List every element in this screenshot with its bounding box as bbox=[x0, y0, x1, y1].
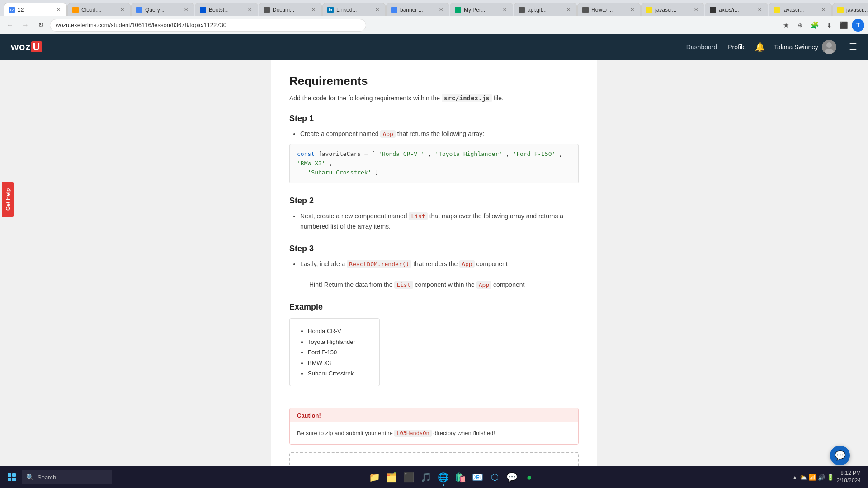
tab-close-button[interactable]: ✕ bbox=[373, 6, 381, 14]
code-app: App bbox=[380, 130, 395, 138]
code-block-step1: const favoriteCars = [ 'Honda CR-V ' , '… bbox=[289, 144, 579, 183]
example-item-4: BMW X3 bbox=[308, 358, 370, 368]
caution-code: L03HandsOn bbox=[394, 430, 431, 437]
tab-myperf[interactable]: My Per... ✕ bbox=[450, 3, 513, 16]
step-1-section: Step 1 Create a component named App that… bbox=[289, 114, 579, 183]
tab-bootstrap[interactable]: Bootst... ✕ bbox=[195, 3, 258, 16]
address-input[interactable]: wozu.exeterlms.com/student/106116/lesson… bbox=[50, 19, 366, 32]
taskbar-app-files[interactable]: 📁 bbox=[367, 469, 383, 485]
tab-cloud[interactable]: Cloud:... ✕ bbox=[67, 3, 131, 16]
tab-close-button[interactable]: ✕ bbox=[820, 6, 827, 14]
browser-icons: ★ ⊕ 🧩 ⬇ ⬛ T bbox=[779, 19, 864, 32]
tab-close-button[interactable]: ✕ bbox=[182, 6, 189, 14]
tab-close-button[interactable]: ✕ bbox=[501, 6, 508, 14]
nav-links: Dashboard Profile bbox=[686, 43, 746, 51]
tab-title: My Per... bbox=[464, 7, 498, 13]
tab-js1[interactable]: javascr... ✕ bbox=[641, 3, 704, 16]
taskbar-clock[interactable]: 8:12 PM 2/18/2024 bbox=[837, 470, 861, 484]
taskbar-right: ▲ ⛅ 📶 🔊 🔋 8:12 PM 2/18/2024 bbox=[792, 470, 864, 484]
taskbar-app-store[interactable]: 🛍️ bbox=[453, 469, 469, 485]
logo-accent: U bbox=[31, 41, 42, 52]
cast-button[interactable]: ⬛ bbox=[837, 19, 850, 32]
user-name: Talana Swinney bbox=[774, 43, 818, 51]
caution-header: Caution! bbox=[290, 408, 578, 422]
forward-button[interactable]: → bbox=[19, 19, 32, 32]
tab-close-button[interactable]: ✕ bbox=[55, 6, 62, 14]
tab-favicon bbox=[264, 7, 270, 13]
dashboard-link[interactable]: Dashboard bbox=[686, 43, 717, 51]
tab-favicon bbox=[136, 7, 142, 13]
zoom-button[interactable]: ⊕ bbox=[794, 19, 807, 32]
tab-title: axios/r... bbox=[719, 7, 753, 13]
bookmark-button[interactable]: ★ bbox=[779, 19, 792, 32]
code-list: List bbox=[409, 212, 427, 220]
tab-close-button[interactable]: ✕ bbox=[118, 6, 126, 14]
tab-title: api.git... bbox=[528, 7, 562, 13]
code-app-2: App bbox=[459, 260, 474, 268]
example-item-5: Subaru Crosstrek bbox=[308, 368, 370, 379]
tab-howto[interactable]: Howto ... ✕ bbox=[577, 3, 641, 16]
tab-close-button[interactable]: ✕ bbox=[437, 6, 444, 14]
tab-close-button[interactable]: ✕ bbox=[756, 6, 763, 14]
step-2-title: Step 2 bbox=[289, 196, 579, 206]
tab-title: Bootst... bbox=[209, 7, 243, 13]
reload-button[interactable]: ↻ bbox=[34, 19, 47, 32]
tab-banner[interactable]: banner ... ✕ bbox=[386, 3, 449, 16]
tab-close-button[interactable]: ✕ bbox=[310, 6, 317, 14]
taskbar-app-code[interactable]: ⬡ bbox=[487, 469, 503, 485]
notifications-bell[interactable]: 🔔 bbox=[755, 42, 765, 52]
search-text: Search bbox=[38, 474, 56, 481]
tab-query[interactable]: Query ... ✕ bbox=[131, 3, 194, 16]
chat-bubble[interactable]: 💬 bbox=[830, 446, 850, 465]
app-navbar: wozU Dashboard Profile 🔔 Talana Swinney … bbox=[0, 34, 868, 60]
taskbar-app-mail[interactable]: 📧 bbox=[470, 469, 486, 485]
logo-text: woz bbox=[11, 41, 31, 52]
hamburger-menu[interactable]: ☰ bbox=[849, 42, 857, 52]
code-list-hint: List bbox=[394, 281, 413, 289]
tab-favicon bbox=[837, 7, 844, 13]
tab-apigit[interactable]: api.git... ✕ bbox=[514, 3, 577, 16]
tab-js3[interactable]: javascr... ✕ bbox=[832, 3, 868, 16]
tab-close-button[interactable]: ✕ bbox=[628, 6, 636, 14]
tab-title: Linked... bbox=[336, 7, 371, 13]
address-bar-row: ← → ↻ wozu.exeterlms.com/student/106116/… bbox=[0, 16, 868, 34]
start-button[interactable] bbox=[4, 469, 20, 485]
tab-title: javascr... bbox=[655, 7, 689, 13]
tab-close-button[interactable]: ✕ bbox=[246, 6, 253, 14]
active-tab[interactable]: 12 12 ✕ bbox=[4, 3, 67, 16]
intro-text: Add the code for the following requireme… bbox=[289, 94, 579, 103]
taskbar-app-terminal[interactable]: ⬛ bbox=[401, 469, 417, 485]
taskbar-app-explorer[interactable]: 🗂️ bbox=[384, 469, 400, 485]
back-button[interactable]: ← bbox=[4, 19, 16, 32]
step-1-title: Step 1 bbox=[289, 114, 579, 123]
example-section: Example Honda CR-V Toyota Highlander For… bbox=[289, 302, 579, 395]
taskbar-app-music[interactable]: 🎵 bbox=[418, 469, 434, 485]
tab-favicon bbox=[200, 7, 206, 13]
browser-profile-button[interactable]: T bbox=[852, 19, 864, 32]
tab-title: javascr... bbox=[846, 7, 868, 13]
user-avatar[interactable] bbox=[822, 40, 836, 54]
taskbar-search[interactable]: 🔍 Search bbox=[22, 470, 112, 484]
tab-js2[interactable]: javascr... ✕ bbox=[769, 3, 832, 16]
get-help-tab[interactable]: Get Help bbox=[2, 182, 14, 217]
system-tray: ▲ ⛅ 📶 🔊 🔋 bbox=[792, 474, 834, 481]
tab-close-button[interactable]: ✕ bbox=[692, 6, 699, 14]
tab-axios[interactable]: axios/r... ✕ bbox=[705, 3, 768, 16]
tab-close-button[interactable]: ✕ bbox=[565, 6, 572, 14]
app-area: wozU Dashboard Profile 🔔 Talana Swinney … bbox=[0, 34, 868, 488]
extensions-button[interactable]: 🧩 bbox=[808, 19, 821, 32]
taskbar-date-text: 2/18/2024 bbox=[837, 477, 861, 484]
tab-doc[interactable]: Docum... ✕ bbox=[259, 3, 322, 16]
downloads-button[interactable]: ⬇ bbox=[823, 19, 835, 32]
taskbar-app-slack[interactable]: 💬 bbox=[504, 469, 520, 485]
profile-link[interactable]: Profile bbox=[728, 43, 746, 51]
tab-linkedin[interactable]: in Linked... ✕ bbox=[322, 3, 386, 16]
example-box: Honda CR-V Toyota Highlander Ford F-150 … bbox=[289, 318, 380, 386]
step-1-list: Create a component named App that return… bbox=[289, 129, 579, 139]
browser-window: 12 12 ✕ Cloud:... ✕ Query ... ✕ Bootst..… bbox=[0, 0, 868, 488]
taskbar-app-edge[interactable]: 🌐 bbox=[435, 469, 452, 485]
taskbar-app-spotify[interactable]: ● bbox=[521, 469, 538, 485]
code-reactdom: ReactDOM.render() bbox=[347, 260, 411, 268]
example-item-3: Ford F-150 bbox=[308, 347, 370, 357]
example-title: Example bbox=[289, 302, 579, 312]
